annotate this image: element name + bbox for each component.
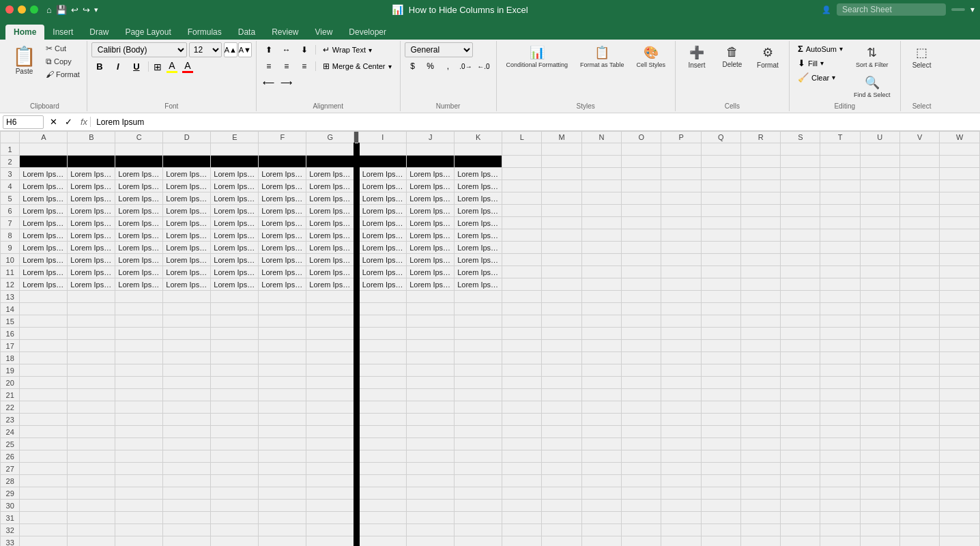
cell-F24[interactable] xyxy=(259,426,306,438)
cell-E4[interactable]: Lorem Ipsum xyxy=(211,180,259,192)
cell-U32[interactable] xyxy=(860,524,899,536)
cell-S15[interactable] xyxy=(781,315,820,328)
cell-T8[interactable] xyxy=(820,229,860,242)
cell-C18[interactable] xyxy=(115,352,163,364)
cell-V33[interactable] xyxy=(899,536,939,547)
cell-U19[interactable] xyxy=(860,364,899,377)
cell-B7[interactable]: Lorem Ipsum xyxy=(68,217,115,229)
cell-M31[interactable] xyxy=(542,512,581,524)
cell-O32[interactable] xyxy=(622,524,661,536)
cell-A24[interactable] xyxy=(20,426,68,438)
cell-I21[interactable] xyxy=(359,389,407,401)
cell-S13[interactable] xyxy=(781,291,820,303)
cell-Q31[interactable] xyxy=(701,512,740,524)
cell-I24[interactable] xyxy=(359,426,407,438)
cell-G27[interactable] xyxy=(306,463,354,475)
cell-T7[interactable] xyxy=(820,217,860,229)
cell-W3[interactable] xyxy=(940,168,980,180)
cell-V16[interactable] xyxy=(899,328,939,340)
cell-M28[interactable] xyxy=(542,475,581,487)
cell-I23[interactable] xyxy=(359,414,407,426)
cell-K24[interactable] xyxy=(455,426,502,438)
cell-G18[interactable] xyxy=(306,352,354,364)
cell-Q27[interactable] xyxy=(701,463,740,475)
cell-P7[interactable] xyxy=(661,217,701,229)
col-header-I[interactable]: I xyxy=(359,132,407,143)
cell-M1[interactable] xyxy=(542,143,581,156)
cell-C2[interactable] xyxy=(115,156,163,168)
cell-S30[interactable] xyxy=(781,500,820,512)
cell-N21[interactable] xyxy=(581,389,621,401)
cell-C24[interactable] xyxy=(115,426,163,438)
cell-R2[interactable] xyxy=(741,156,781,168)
cell-F6[interactable]: Lorem Ipsum xyxy=(259,205,306,217)
cell-V3[interactable] xyxy=(899,168,939,180)
cell-E9[interactable]: Lorem Ipsum xyxy=(211,242,259,254)
cell-C12[interactable]: Lorem Ipsum xyxy=(115,278,163,291)
cell-K14[interactable] xyxy=(455,303,502,315)
cell-T26[interactable] xyxy=(820,450,860,463)
col-header-J[interactable]: J xyxy=(407,132,455,143)
cell-H8[interactable] xyxy=(354,229,359,242)
row-header-18[interactable]: 18 xyxy=(1,352,20,364)
cell-D28[interactable] xyxy=(163,475,211,487)
cell-N2[interactable] xyxy=(581,156,621,168)
row-header-26[interactable]: 26 xyxy=(1,450,20,463)
cell-N8[interactable] xyxy=(581,229,621,242)
cell-P20[interactable] xyxy=(661,377,701,389)
cell-C1[interactable] xyxy=(115,143,163,156)
cell-A31[interactable] xyxy=(20,512,68,524)
cell-G11[interactable]: Lorem Ipsum xyxy=(306,266,354,278)
cell-W30[interactable] xyxy=(940,500,980,512)
tab-formulas[interactable]: Formulas xyxy=(179,25,230,40)
cell-V11[interactable] xyxy=(899,266,939,278)
cell-O16[interactable] xyxy=(622,328,661,340)
cell-I14[interactable] xyxy=(359,303,407,315)
cell-H6[interactable] xyxy=(354,205,359,217)
cell-I16[interactable] xyxy=(359,328,407,340)
cell-M7[interactable] xyxy=(542,217,581,229)
cell-M33[interactable] xyxy=(542,536,581,547)
cell-R24[interactable] xyxy=(741,426,781,438)
cell-N11[interactable] xyxy=(581,266,621,278)
cell-U12[interactable] xyxy=(860,278,899,291)
cell-Q12[interactable] xyxy=(701,278,740,291)
cell-C33[interactable] xyxy=(115,536,163,547)
cell-G13[interactable] xyxy=(306,291,354,303)
cell-K3[interactable]: Lorem Ipsum xyxy=(455,168,502,180)
cell-T24[interactable] xyxy=(820,426,860,438)
cell-H26[interactable] xyxy=(354,450,359,463)
cell-T29[interactable] xyxy=(820,487,860,500)
cell-F33[interactable] xyxy=(259,536,306,547)
cell-R32[interactable] xyxy=(741,524,781,536)
cell-S8[interactable] xyxy=(781,229,820,242)
col-header-L[interactable]: L xyxy=(502,132,542,143)
cell-D31[interactable] xyxy=(163,512,211,524)
cell-R3[interactable] xyxy=(741,168,781,180)
cell-A26[interactable] xyxy=(20,450,68,463)
cell-P31[interactable] xyxy=(661,512,701,524)
cell-W14[interactable] xyxy=(940,303,980,315)
cell-E3[interactable]: Lorem Ipsum xyxy=(211,168,259,180)
cell-D16[interactable] xyxy=(163,328,211,340)
cell-Q21[interactable] xyxy=(701,389,740,401)
cell-M23[interactable] xyxy=(542,414,581,426)
cell-D14[interactable] xyxy=(163,303,211,315)
cell-P28[interactable] xyxy=(661,475,701,487)
cell-P12[interactable] xyxy=(661,278,701,291)
row-header-7[interactable]: 7 xyxy=(1,217,20,229)
col-header-C[interactable]: C xyxy=(115,132,163,143)
cell-M24[interactable] xyxy=(542,426,581,438)
italic-button[interactable]: I xyxy=(110,59,126,74)
cell-E28[interactable] xyxy=(211,475,259,487)
cell-L6[interactable] xyxy=(502,205,542,217)
cell-Q17[interactable] xyxy=(701,340,740,352)
cell-V12[interactable] xyxy=(899,278,939,291)
cell-U10[interactable] xyxy=(860,254,899,266)
cell-P26[interactable] xyxy=(661,450,701,463)
cell-D24[interactable] xyxy=(163,426,211,438)
cell-M26[interactable] xyxy=(542,450,581,463)
cell-S16[interactable] xyxy=(781,328,820,340)
cell-K21[interactable] xyxy=(455,389,502,401)
increase-decimal-button[interactable]: .0→ xyxy=(458,59,474,74)
